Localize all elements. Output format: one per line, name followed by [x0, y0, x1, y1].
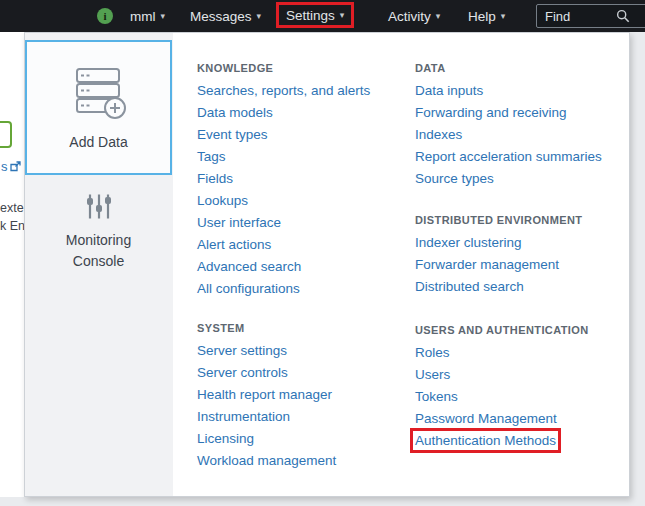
section-header-distributed-environment: DISTRIBUTED ENVIRONMENT [415, 209, 631, 231]
section-header-users-and-authentication: USERS AND AUTHENTICATION [415, 319, 631, 341]
settings-menu-annotated[interactable]: Settings ▾ [276, 2, 354, 28]
monitoring-console-label: Monitoring Console [54, 230, 144, 272]
menu-link-label: Source types [415, 171, 494, 186]
background-link-fragment[interactable]: s [1, 159, 21, 174]
menu-section-data: DATAData inputsForwarding and receivingI… [415, 57, 631, 189]
menu-link-label: Instrumentation [197, 409, 290, 424]
menu-link-label: User interface [197, 215, 281, 230]
user-menu-label: mml [130, 9, 156, 24]
menu-link-label: Event types [197, 127, 268, 142]
background-page-strip: s exte k En [0, 32, 24, 497]
help-menu-label: Help [468, 9, 496, 24]
menu-link-password-management[interactable]: Password Management [415, 407, 631, 429]
menu-link-all-configurations[interactable]: All configurations [197, 277, 415, 299]
external-link-icon [10, 161, 21, 172]
add-data-tile[interactable]: Add Data [25, 40, 172, 175]
menu-link-label: Tokens [415, 389, 458, 404]
menu-section-users-and-authentication: USERS AND AUTHENTICATIONRolesUsersTokens… [415, 319, 631, 451]
menu-link-label: Forwarding and receiving [415, 105, 567, 120]
section-header-knowledge: KNOWLEDGE [197, 57, 415, 79]
menu-link-indexes[interactable]: Indexes [415, 123, 631, 145]
menu-link-report-acceleration-summaries[interactable]: Report acceleration summaries [415, 145, 631, 167]
menu-link-label: Report acceleration summaries [415, 149, 602, 164]
menu-link-label: Fields [197, 171, 233, 186]
background-text-fragment: k En [0, 219, 24, 233]
menu-link-roles[interactable]: Roles [415, 341, 631, 363]
menu-link-advanced-search[interactable]: Advanced search [197, 255, 415, 277]
menu-link-fields[interactable]: Fields [197, 167, 415, 189]
info-icon[interactable]: i [97, 8, 113, 24]
menu-link-licensing[interactable]: Licensing [197, 427, 415, 449]
menu-link-label: Users [415, 367, 450, 382]
menu-link-users[interactable]: Users [415, 363, 631, 385]
menu-link-tags[interactable]: Tags [197, 145, 415, 167]
menu-link-label: Indexes [415, 127, 462, 142]
menu-link-server-settings[interactable]: Server settings [197, 339, 415, 361]
menu-column-2: DATAData inputsForwarding and receivingI… [415, 57, 631, 471]
menu-section-system: SYSTEMServer settingsServer controlsHeal… [197, 317, 415, 471]
menu-link-workload-management[interactable]: Workload management [197, 449, 415, 471]
settings-menu-columns: KNOWLEDGESearches, reports, and alertsDa… [197, 57, 631, 471]
add-data-label: Add Data [69, 134, 127, 150]
menu-link-indexer-clustering[interactable]: Indexer clustering [415, 231, 631, 253]
menu-link-label: Licensing [197, 431, 254, 446]
menu-link-label: All configurations [197, 281, 300, 296]
green-icon-fragment [0, 121, 12, 148]
activity-menu[interactable]: Activity ▾ [388, 0, 440, 32]
menu-link-authentication-methods[interactable]: Authentication Methods [415, 429, 631, 451]
settings-menu-label: Settings [286, 8, 335, 23]
menu-link-label: Alert actions [197, 237, 271, 252]
menu-link-tokens[interactable]: Tokens [415, 385, 631, 407]
section-header-system: SYSTEM [197, 317, 415, 339]
user-menu[interactable]: mml ▾ [130, 0, 165, 32]
menu-link-distributed-search[interactable]: Distributed search [415, 275, 631, 297]
menu-link-label: Server controls [197, 365, 288, 380]
caret-down-icon: ▾ [501, 12, 506, 21]
menu-link-source-types[interactable]: Source types [415, 167, 631, 189]
menu-link-alert-actions[interactable]: Alert actions [197, 233, 415, 255]
menu-link-label: Indexer clustering [415, 235, 522, 250]
caret-down-icon: ▾ [161, 12, 166, 21]
menu-link-label: Tags [197, 149, 226, 164]
menu-section-knowledge: KNOWLEDGESearches, reports, and alertsDa… [197, 57, 415, 299]
menu-link-user-interface[interactable]: User interface [197, 211, 415, 233]
messages-menu[interactable]: Messages ▾ [190, 0, 261, 32]
menu-link-label: Workload management [197, 453, 336, 468]
find-search [536, 4, 645, 28]
monitoring-console-tile[interactable]: Monitoring Console [25, 193, 172, 272]
menu-section-distributed-environment: DISTRIBUTED ENVIRONMENTIndexer clusterin… [415, 209, 631, 297]
caret-down-icon: ▾ [340, 11, 345, 20]
menu-link-label: Data inputs [415, 83, 483, 98]
menu-link-lookups[interactable]: Lookups [197, 189, 415, 211]
menu-link-instrumentation[interactable]: Instrumentation [197, 405, 415, 427]
menu-link-forwarding-and-receiving[interactable]: Forwarding and receiving [415, 101, 631, 123]
menu-link-label: Advanced search [197, 259, 301, 274]
menu-link-label: Searches, reports, and alerts [197, 83, 370, 98]
menu-link-event-types[interactable]: Event types [197, 123, 415, 145]
menu-link-label: Lookups [197, 193, 248, 208]
menu-link-label: Forwarder management [415, 257, 559, 272]
menu-link-label: Data models [197, 105, 273, 120]
section-header-data: DATA [415, 57, 631, 79]
menu-link-label: Server settings [197, 343, 287, 358]
menu-link-data-inputs[interactable]: Data inputs [415, 79, 631, 101]
menu-link-data-models[interactable]: Data models [197, 101, 415, 123]
messages-menu-label: Messages [190, 9, 252, 24]
search-icon [616, 9, 630, 23]
menu-link-label: Roles [415, 345, 450, 360]
menu-link-label: Distributed search [415, 279, 524, 294]
menu-link-forwarder-management[interactable]: Forwarder management [415, 253, 631, 275]
activity-menu-label: Activity [388, 9, 431, 24]
menu-column-1: KNOWLEDGESearches, reports, and alertsDa… [197, 57, 415, 471]
help-menu[interactable]: Help ▾ [468, 0, 505, 32]
menu-link-label: Password Management [415, 411, 557, 426]
background-text-fragment: exte [0, 201, 24, 215]
top-navigation-bar: i mml ▾ Messages ▾ Settings ▾ Activity ▾… [0, 0, 645, 32]
caret-down-icon: ▾ [257, 12, 262, 21]
add-data-icon [69, 66, 129, 120]
menu-link-searches-reports-and-alerts[interactable]: Searches, reports, and alerts [197, 79, 415, 101]
menu-link-health-report-manager[interactable]: Health report manager [197, 383, 415, 405]
settings-dropdown-panel: Add Data Monitoring Console KNOWLEDGESea… [24, 32, 630, 497]
menu-link-server-controls[interactable]: Server controls [197, 361, 415, 383]
menu-link-label: Health report manager [197, 387, 332, 402]
